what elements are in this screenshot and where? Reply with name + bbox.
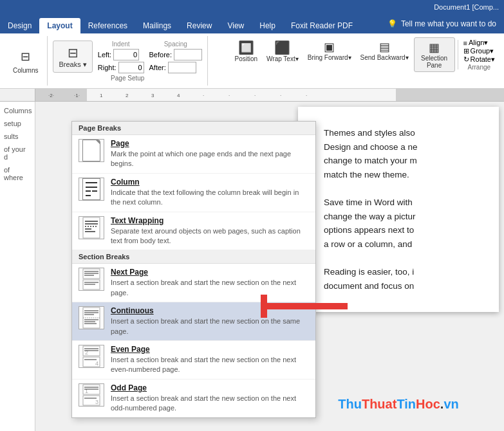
bring-forward-label: Bring Forward▾ (308, 54, 351, 61)
watermark: ThuThuatTinHoc.vn (338, 397, 458, 412)
svg-text:·: · (229, 93, 230, 98)
group-button[interactable]: ⊞ Group▾ (463, 47, 495, 55)
indent-left-input[interactable] (113, 49, 139, 60)
text-wrapping-break-text: Text Wrapping Separate text around objec… (111, 216, 309, 246)
divider (458, 40, 458, 69)
arrange-label: Arrange (463, 64, 495, 71)
odd-page-svg: 1 3 (82, 384, 100, 406)
svg-rect-1 (87, 89, 396, 101)
svg-text:·2·: ·2· (48, 93, 54, 98)
send-backward-button[interactable]: ▤ Send Backward▾ (357, 37, 413, 72)
column-break-icon (79, 178, 104, 201)
doc-para3: Reading is easier, too, i document and f… (324, 265, 473, 293)
page-break-desc: Mark the point at which one page ends an… (111, 149, 309, 169)
column-break-desc: Indicate that the text following the col… (111, 188, 309, 208)
spacing-before-input[interactable]: 12 pt (174, 49, 202, 60)
rotate-button[interactable]: ↻ Rotate▾ (463, 55, 495, 64)
svg-text:·: · (280, 93, 281, 98)
breaks-label: Breaks ▾ (59, 60, 86, 69)
indent-group: Indent Left: Right: (98, 41, 144, 73)
page-break-title: Page (111, 139, 309, 148)
tab-foxit[interactable]: Foxit Reader PDF (283, 18, 360, 33)
breaks-icon: ⊟ (68, 45, 79, 60)
align-label: Align▾ (469, 39, 488, 47)
odd-page-break-icon: 1 3 (79, 383, 104, 407)
svg-text:4: 4 (95, 360, 98, 367)
page-break-icon (79, 139, 104, 162)
position-icon: 🔲 (238, 40, 254, 55)
watermark-tin: Tin (397, 397, 416, 411)
tab-help[interactable]: Help (252, 18, 283, 33)
para3-line1: Reading is easier, too, i (324, 267, 414, 277)
continuous-break-icon (79, 306, 104, 329)
break-text-wrapping-item[interactable]: Text Wrapping Separate text around objec… (72, 212, 315, 251)
sidebar-columns: Columns (0, 104, 35, 117)
break-column-item[interactable]: Column Indicate that the text following … (72, 174, 315, 212)
document-area: Page Breaks Page Mark the point at which… (35, 102, 504, 431)
continuous-svg (82, 307, 100, 329)
page-setup-label: Page Setup (53, 75, 202, 83)
columns-button[interactable]: ⊟ Columns (9, 44, 42, 77)
tab-mailings[interactable]: Mailings (135, 18, 179, 33)
selection-pane-label: Selection Pane (418, 55, 451, 69)
ruler: ·2· ·1· 1 2 3 4 · · · · · (0, 89, 504, 102)
para2-line4: a row or a column, and (324, 239, 412, 249)
wrap-text-button[interactable]: ⬛ Wrap Text▾ (263, 37, 303, 72)
breaks-button[interactable]: ⊟ Breaks ▾ (53, 41, 92, 73)
document-title: Document1 [Comp... (434, 3, 499, 11)
next-page-break-text: Next Page Insert a section break and sta… (111, 268, 309, 298)
even-page-break-title: Even Page (111, 345, 309, 354)
arrange-btns-group: ≡ Align▾ ⊞ Group▾ ↻ Rotate▾ Arrange (461, 37, 498, 72)
even-page-break-icon: 2 4 (79, 345, 104, 368)
left-sidebar: Columns setup sults of your d of where (0, 102, 35, 431)
tab-references[interactable]: References (80, 18, 135, 33)
tab-layout[interactable]: Layout (39, 18, 80, 33)
break-page-item[interactable]: Page Mark the point at which one page en… (72, 135, 315, 174)
selection-pane-icon: ▦ (429, 41, 440, 55)
selection-pane-button[interactable]: ▦ Selection Pane (414, 37, 455, 72)
position-button[interactable]: 🔲 Position (230, 37, 261, 72)
text-wrap-break-icon (79, 216, 104, 239)
break-even-page-item[interactable]: 2 4 Even Page Insert a section break and… (72, 341, 315, 380)
tell-me-bar[interactable]: 💡 Tell me what you want to do (380, 14, 504, 33)
watermark-thu: Thu (338, 397, 362, 411)
columns-icon: ⊟ (15, 46, 36, 67)
watermark-vn: vn (443, 397, 458, 411)
document-page: Themes and styles also Design and choose… (298, 107, 499, 312)
indent-right-input[interactable] (118, 62, 144, 73)
even-page-break-text: Even Page Insert a section break and sta… (111, 345, 309, 375)
watermark-thuat: Thuat (362, 397, 397, 411)
sidebar-of-your-doc: of your d (0, 143, 35, 163)
group-icon: ⊞ (463, 47, 469, 55)
next-page-break-title: Next Page (111, 268, 309, 277)
position-label: Position (234, 55, 257, 62)
wrap-text-icon: ⬛ (274, 40, 290, 55)
break-odd-page-item[interactable]: 1 3 Odd Page Insert a section break and … (72, 380, 315, 418)
svg-text:·: · (254, 93, 256, 98)
svg-rect-14 (83, 217, 100, 238)
tell-me-text: Tell me what you want to do (401, 19, 496, 28)
rotate-icon: ↻ (463, 55, 469, 64)
para3-line2: document and focus on (324, 281, 414, 291)
ribbon-toolbar: ⊟ Columns ⊟ Breaks ▾ Indent Left: (0, 33, 504, 89)
tab-view[interactable]: View (219, 18, 252, 33)
sidebar-of-where: of where (0, 163, 35, 184)
bring-forward-button[interactable]: ▣ Bring Forward▾ (304, 37, 355, 72)
wrap-svg (82, 217, 100, 239)
even-page-svg: 2 4 (82, 345, 100, 367)
align-icon: ≡ (463, 39, 467, 47)
tab-review[interactable]: Review (179, 18, 219, 33)
doc-page-area: Themes and styles also Design and choose… (293, 102, 504, 431)
spacing-after-input[interactable]: 12 pt (168, 62, 196, 73)
para1-line1: Themes and styles also (324, 128, 415, 138)
tab-design[interactable]: Design (0, 18, 39, 33)
para1-line3: change to match your m (324, 156, 417, 165)
svg-text:1: 1 (100, 93, 103, 98)
para1-line4: match the new theme. (324, 170, 409, 179)
spacing-after-label: After: (149, 64, 166, 71)
align-button[interactable]: ≡ Align▾ (463, 39, 495, 47)
breaks-indent-group: ⊟ Breaks ▾ Indent Left: Right: Spaci (48, 36, 208, 86)
para1-line2: Design and choose a ne (324, 142, 418, 152)
next-page-break-icon (79, 268, 104, 291)
lightbulb-icon: 💡 (387, 19, 397, 28)
